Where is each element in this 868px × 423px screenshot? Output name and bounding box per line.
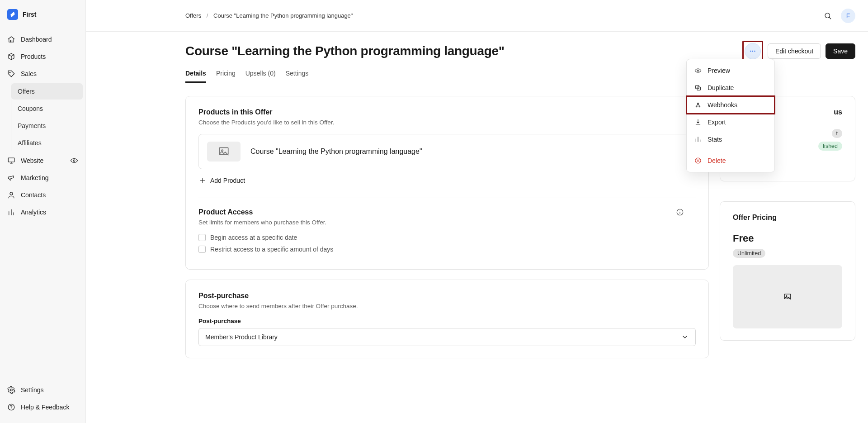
sidebar-item-label: Marketing (21, 174, 48, 181)
menu-item-webhooks[interactable]: Webhooks (687, 96, 774, 114)
product-access-section: Product Access Set limits for members wh… (198, 208, 696, 253)
menu-label: Duplicate (708, 84, 734, 91)
status-draft-pill: t (832, 129, 842, 138)
menu-item-duplicate[interactable]: Duplicate (687, 79, 774, 96)
box-icon (7, 52, 15, 61)
sidebar-item-help[interactable]: Help & Feedback (0, 399, 85, 416)
svg-rect-1 (8, 158, 14, 162)
sidebar-item-products[interactable]: Products (0, 48, 85, 65)
help-icon (7, 403, 15, 411)
sidebar-item-dashboard[interactable]: Dashboard (0, 31, 85, 48)
card-subtext: Choose where to send members after their… (198, 303, 696, 309)
subnav-label: Coupons (18, 105, 43, 112)
sales-subnav: Offers Coupons Payments Affiliates (11, 83, 85, 151)
image-placeholder-icon (783, 293, 792, 301)
brand-name: First (23, 11, 36, 18)
tab-pricing[interactable]: Pricing (216, 65, 236, 83)
post-purchase-select[interactable]: Member's Product Library (198, 328, 696, 346)
card-subtext: Set limits for members who purchase this… (198, 219, 696, 226)
checkbox[interactable] (198, 246, 206, 253)
eye-icon[interactable] (70, 157, 78, 165)
subnav-item-affiliates[interactable]: Affiliates (11, 135, 83, 151)
tag-icon (7, 70, 15, 78)
svg-point-9 (754, 51, 755, 52)
sidebar-item-label: Products (21, 53, 46, 60)
tab-details[interactable]: Details (185, 65, 206, 83)
chevron-down-icon (681, 333, 689, 341)
svg-point-2 (73, 160, 75, 162)
monitor-icon (7, 157, 15, 165)
product-row[interactable]: Course "Learning the Python programming … (198, 134, 696, 169)
breadcrumb: Offers / Course "Learning the Python pro… (185, 12, 353, 19)
sidebar-item-analytics[interactable]: Analytics (0, 204, 85, 221)
more-actions-menu: Preview Duplicate Webhooks Export (686, 59, 775, 172)
menu-label: Preview (708, 67, 730, 74)
svg-point-10 (697, 70, 698, 71)
subnav-item-offers[interactable]: Offers (11, 83, 83, 100)
menu-item-export[interactable]: Export (687, 114, 774, 131)
subnav-item-payments[interactable]: Payments (11, 118, 83, 134)
menu-item-preview[interactable]: Preview (687, 62, 774, 79)
sidebar: First Dashboard Products Sales Offers Co… (0, 0, 86, 423)
sidebar-item-website[interactable]: Website (0, 152, 85, 169)
menu-label: Export (708, 119, 726, 126)
tab-upsells[interactable]: Upsells (0) (245, 65, 276, 83)
subnav-label: Affiliates (18, 139, 42, 147)
user-icon (7, 191, 15, 199)
menu-item-stats[interactable]: Stats (687, 131, 774, 148)
gear-icon (7, 386, 15, 394)
breadcrumb-root[interactable]: Offers (185, 12, 201, 19)
sidebar-nav: Dashboard Products Sales Offers Coupons … (0, 31, 85, 379)
field-label: Post-purchase (198, 318, 696, 324)
menu-label: Delete (708, 157, 726, 164)
access-option-begin-date[interactable]: Begin access at a specific date (198, 234, 696, 241)
select-value: Member's Product Library (205, 333, 278, 341)
info-icon[interactable] (676, 208, 684, 216)
svg-point-0 (9, 72, 10, 73)
avatar[interactable]: F (841, 9, 855, 23)
footer-label: Settings (21, 386, 44, 394)
brand[interactable]: First (0, 5, 85, 31)
sidebar-footer: Settings Help & Feedback (0, 379, 85, 418)
sidebar-item-marketing[interactable]: Marketing (0, 169, 85, 186)
page-actions: Edit checkout Save Preview Duplicate (742, 41, 855, 62)
svg-point-3 (10, 192, 13, 195)
page-title: Course "Learning the Python programming … (185, 44, 505, 58)
stats-icon (694, 135, 702, 143)
option-label: Begin access at a specific date (210, 234, 297, 241)
subnav-label: Payments (18, 122, 46, 129)
edit-checkout-button[interactable]: Edit checkout (768, 43, 821, 59)
menu-label: Stats (708, 136, 722, 143)
sidebar-item-sales[interactable]: Sales (0, 65, 85, 82)
search-icon[interactable] (824, 12, 832, 20)
tab-settings[interactable]: Settings (286, 65, 309, 83)
footer-label: Help & Feedback (21, 404, 69, 411)
offer-image-placeholder (733, 265, 842, 328)
card-heading: Offer Pricing (733, 214, 842, 222)
save-button[interactable]: Save (826, 43, 855, 59)
ellipsis-icon (749, 47, 757, 55)
menu-label: Webhooks (708, 101, 737, 109)
content: Course "Learning the Python programming … (86, 32, 868, 423)
topbar-actions: F (824, 9, 855, 23)
more-actions-button[interactable] (745, 43, 761, 59)
subnav-label: Offers (18, 88, 35, 95)
left-column: Products in this Offer Choose the Produc… (185, 96, 709, 358)
pricing-plan-pill: Unlimited (733, 249, 765, 258)
sidebar-item-contacts[interactable]: Contacts (0, 186, 85, 204)
checkbox[interactable] (198, 234, 206, 241)
svg-point-4 (10, 389, 13, 391)
card-heading: Products in this Offer (198, 108, 696, 116)
menu-item-delete[interactable]: Delete (687, 152, 774, 169)
bar-chart-icon (7, 208, 15, 216)
offer-pricing-card: Offer Pricing Free Unlimited (720, 201, 855, 341)
sidebar-item-settings[interactable]: Settings (0, 381, 85, 399)
home-icon (7, 35, 15, 43)
card-subtext: Choose the Products you'd like to sell i… (198, 119, 696, 126)
subnav-item-coupons[interactable]: Coupons (11, 100, 83, 117)
add-product-label: Add Product (210, 177, 245, 184)
add-product-button[interactable]: Add Product (198, 176, 245, 185)
breadcrumb-current: Course "Learning the Python programming … (213, 12, 353, 19)
product-title: Course "Learning the Python programming … (250, 147, 422, 156)
access-option-restrict-days[interactable]: Restrict access to a specific amount of … (198, 246, 696, 253)
